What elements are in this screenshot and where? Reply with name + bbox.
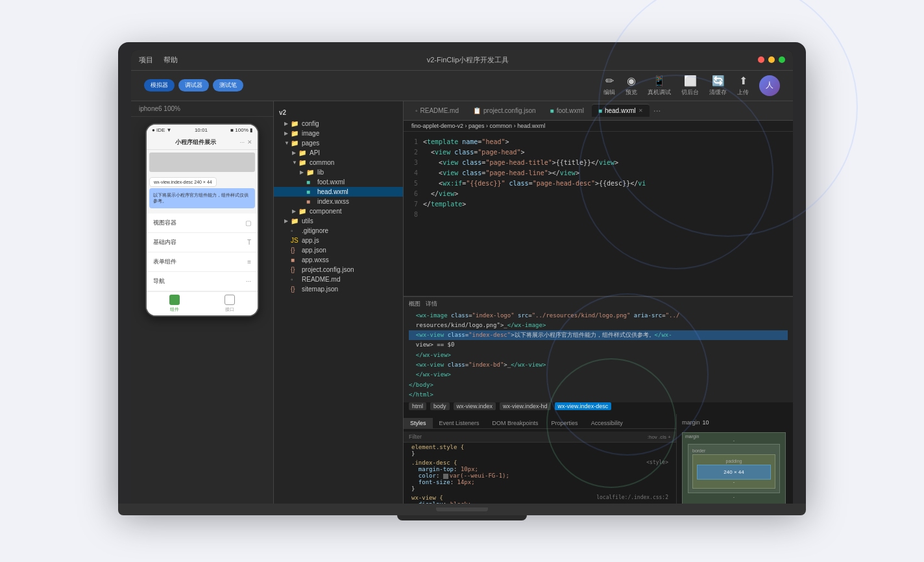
bc-wx-view-index[interactable]: wx-view.index <box>454 402 496 410</box>
phone-bottom-item-1[interactable]: 接口 <box>202 295 258 313</box>
minimize-button[interactable] <box>768 56 775 63</box>
tab-accessibility[interactable]: Accessibility <box>585 418 629 428</box>
tree-label-lib: lib <box>317 169 324 176</box>
screen-bezel: 项目 帮助 v2-FinClip小程序开发工具 模拟器 调试器 <box>131 50 793 504</box>
tree-item-pages[interactable]: ▼ 📁 pages <box>274 138 403 148</box>
filter-input[interactable] <box>409 434 645 440</box>
bc-wx-view-index-desc[interactable]: wx-view.index-desc <box>555 402 612 410</box>
bc-body[interactable]: body <box>430 402 450 410</box>
css-prop-color: color <box>419 472 436 479</box>
tab-styles[interactable]: Styles <box>404 418 433 428</box>
test-button[interactable]: 测试笔 <box>213 79 243 92</box>
phone-nav-item-2[interactable]: 表单组件 ≡ <box>147 252 258 272</box>
phone-bottom-item-0[interactable]: 组件 <box>147 295 202 313</box>
subtab-detail[interactable]: 详情 <box>426 300 437 308</box>
tree-arrow-config: ▶ <box>284 121 291 127</box>
box-model-margin-value: 10 <box>703 419 709 428</box>
tree-arrow-utils: ▶ <box>284 218 291 224</box>
tab-readme[interactable]: ◦ README.md <box>409 104 465 117</box>
border-label: border <box>692 448 775 453</box>
nav-label-2: 表单组件 <box>153 258 176 266</box>
menu-item-help[interactable]: 帮助 <box>164 55 178 65</box>
breadcrumb-item-1: pages <box>468 123 485 129</box>
tab-project-icon: 📋 <box>473 107 481 114</box>
editor-panel: ◦ README.md 📋 project.config.json ■ foot… <box>404 101 793 504</box>
tree-item-readme[interactable]: ◦ README.md <box>274 275 403 284</box>
bc-html[interactable]: html <box>409 402 426 410</box>
phone-nav-item-0[interactable]: 视图容器 ▢ <box>147 214 258 233</box>
css-source-1: <style> <box>646 459 668 465</box>
tab-dom-breakpoints[interactable]: DOM Breakpoints <box>486 418 545 428</box>
background-action[interactable]: ⬜ 切后台 <box>681 75 699 97</box>
tab-event-listeners[interactable]: Event Listeners <box>433 418 486 428</box>
phone-banner <box>149 153 255 172</box>
simulator-button[interactable]: 模拟器 <box>144 79 175 92</box>
code-line-4: 4 <view class="page-head-line"></view> <box>404 168 793 178</box>
tree-label-sitemap: sitemap.json <box>302 286 338 293</box>
tree-item-index-wxss[interactable]: ■ index.wxss <box>274 197 403 206</box>
device-debug-action[interactable]: 📱 真机调试 <box>648 75 671 97</box>
clear-cache-action[interactable]: 🔄 清缓存 <box>709 75 727 97</box>
edit-action[interactable]: ✏ 编辑 <box>603 75 615 97</box>
html-preview: 概图 详情 <wx-image class="index-logo" src="… <box>404 297 793 403</box>
tree-arrow-lib: ▶ <box>300 169 306 175</box>
breadcrumb-item-2: common <box>490 123 513 129</box>
tree-item-head-wxml[interactable]: ■ head.wxml <box>274 187 403 197</box>
tab-foot-wxml[interactable]: ■ foot.wxml <box>544 104 590 117</box>
preview-line-5: </wx-view> <box>409 350 788 360</box>
tree-item-app-wxss[interactable]: ■ app.wxss <box>274 255 403 265</box>
tab-project-config[interactable]: 📋 project.config.json <box>467 104 542 117</box>
css-prop-display: display <box>419 501 443 503</box>
tree-item-sitemap[interactable]: {} sitemap.json <box>274 284 403 294</box>
phone-nav-item-1[interactable]: 基础内容 T <box>147 233 258 252</box>
line-num-4: 4 <box>404 168 423 178</box>
upload-icon: ⬆ <box>739 75 748 87</box>
tree-item-utils[interactable]: ▶ 📁 utils <box>274 216 403 226</box>
css-selector-wx-view: wx-view { <box>411 495 443 501</box>
tab-head-wxml[interactable]: ■ head.wxml ✕ <box>592 104 650 117</box>
tab-properties[interactable]: Properties <box>545 418 585 428</box>
tree-item-config[interactable]: ▶ 📁 config <box>274 119 403 128</box>
css-rule-close-1: } <box>411 450 415 457</box>
phone-nav-item-3[interactable]: 导航 ··· <box>147 272 258 291</box>
upload-action[interactable]: ⬆ 上传 <box>737 75 749 97</box>
main-content: iphone6 100% ● IDE ▼ 10:01 ■ 100% ▮ 小程序组… <box>131 101 793 504</box>
code-editor[interactable]: 1 <template name="head"> 2 <view class="… <box>404 132 793 296</box>
tree-item-component[interactable]: ▶ 📁 component <box>274 206 403 216</box>
tab-readme-icon: ◦ <box>415 107 418 114</box>
tree-item-project-config[interactable]: {} project.config.json <box>274 265 403 275</box>
tab-foot-icon: ■ <box>550 107 554 114</box>
close-button[interactable] <box>758 56 764 63</box>
css-rule-close-2: } <box>411 485 415 492</box>
css-rule-index-desc: .index-desc {<style> margin-top: 10px; c… <box>404 458 676 493</box>
tree-item-common[interactable]: ▼ 📁 common <box>274 158 403 167</box>
tree-item-lib[interactable]: ▶ 📁 lib <box>274 167 403 177</box>
simulator-info: iphone6 100% <box>131 101 273 117</box>
line-num-1: 1 <box>404 137 423 147</box>
tree-item-app-js[interactable]: JS app.js <box>274 236 403 245</box>
debugger-button[interactable]: 调试器 <box>178 79 209 92</box>
tree-label-utils: utils <box>302 217 313 225</box>
preview-action[interactable]: ◉ 预览 <box>626 75 637 97</box>
box-model-content-size: 240 × 44 <box>723 469 744 475</box>
bc-wx-view-index-hd[interactable]: wx-view.index-hd <box>500 402 551 410</box>
laptop-wrapper: 项目 帮助 v2-FinClip小程序开发工具 模拟器 调试器 <box>118 42 806 520</box>
subtab-outline[interactable]: 概图 <box>409 300 420 308</box>
code-line-3: 3 <view class="page-head-title">{{title}… <box>404 158 793 168</box>
tree-item-app-json[interactable]: {} app.json <box>274 245 403 255</box>
tree-item-image[interactable]: ▶ 📁 image <box>274 128 403 138</box>
user-avatar[interactable]: 人 <box>759 75 780 96</box>
tree-item-api[interactable]: ▶ 📁 API <box>274 148 403 158</box>
tab-close-icon[interactable]: ✕ <box>638 108 643 114</box>
phone-bottom-label-1: 接口 <box>225 306 234 313</box>
maximize-button[interactable] <box>779 56 785 63</box>
tree-item-gitignore[interactable]: ◦ .gitignore <box>274 226 403 236</box>
margin-label: margin <box>685 434 699 439</box>
tab-head-icon: ■ <box>598 107 602 114</box>
css-rule-element: element.style { } <box>404 443 676 458</box>
tree-item-foot-wxml[interactable]: ■ foot.wxml <box>274 177 403 187</box>
more-tabs-button[interactable]: ··· <box>653 105 661 116</box>
menu-item-project[interactable]: 项目 <box>139 55 153 65</box>
upload-label: 上传 <box>737 88 749 97</box>
simulator-panel: iphone6 100% ● IDE ▼ 10:01 ■ 100% ▮ 小程序组… <box>131 101 274 504</box>
